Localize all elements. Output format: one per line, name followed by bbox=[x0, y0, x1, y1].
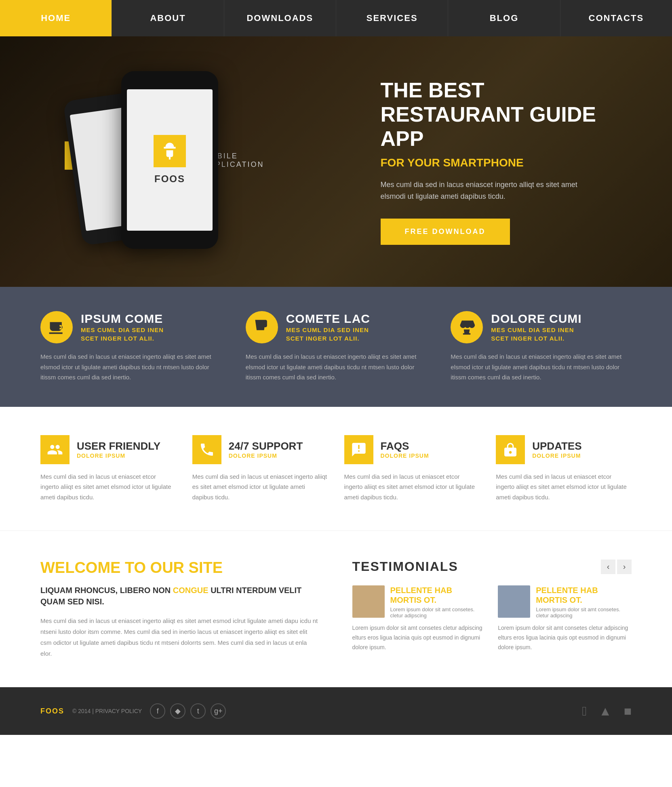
navigation: HOMEABOUTDOWNLOADSSERVICESBLOGCONTACTS bbox=[0, 0, 672, 36]
rss-icon[interactable]: ◆ bbox=[170, 703, 185, 719]
googleplus-icon[interactable]: g+ bbox=[211, 703, 226, 719]
hero-phones: FOOS bbox=[57, 43, 251, 253]
welcome-subtitle: LIQUAM RHONCUS, LIBERO NON CONGUE ULTRI … bbox=[40, 585, 320, 607]
feature-light-icon-0 bbox=[40, 435, 70, 464]
hero-description: Mes cuml dia sed in lacus eniascet inger… bbox=[381, 179, 591, 202]
feature-icon-1 bbox=[246, 311, 278, 343]
free-download-button[interactable]: FREE DOWNLOAD bbox=[381, 219, 510, 245]
feature-light-subtitle-2: DOLORE IPSUM bbox=[381, 452, 429, 459]
feature-light-desc-2: Mes cuml dia sed in lacus ut eniascet et… bbox=[344, 471, 480, 503]
apple-store-icon[interactable]:  bbox=[582, 704, 587, 719]
footer-brand: FOOS bbox=[40, 707, 64, 715]
feature-light-subtitle-3: DOLORE IPSUM bbox=[532, 452, 581, 459]
feature-dark-item-2: DOLORE CUMI MES CUML DIA SED INENSCET IN… bbox=[451, 311, 632, 383]
feature-light-title-3: UPDATES bbox=[532, 440, 581, 452]
welcome-title: WELCOME TO OUR SITE bbox=[40, 559, 320, 577]
feature-light-subtitle-1: DOLORE IPSUM bbox=[229, 452, 303, 459]
feature-light-desc-3: Mes cuml dia sed in lacus ut eniascet et… bbox=[496, 471, 632, 503]
feature-subtitle-0: MES CUML DIA SED INENSCET INGER LOT ALII… bbox=[81, 326, 164, 343]
testimonial-short-0: Lorem ipsum dolor sit amt consetes. clet… bbox=[390, 606, 486, 619]
footer-right:  ▲ ■ bbox=[582, 704, 632, 719]
phone-front-screen: FOOS bbox=[127, 89, 213, 231]
hero-subheadline: FOR YOUR SMARTPHONE bbox=[381, 156, 608, 169]
feature-title-1: COMETE LAC bbox=[286, 312, 370, 326]
testimonial-short-1: Lorem ipsum dolor sit amt consetes. clet… bbox=[536, 606, 632, 619]
testimonials-next-button[interactable]: › bbox=[617, 560, 632, 574]
nav-item-home[interactable]: HOME bbox=[0, 0, 112, 36]
feature-icon-2 bbox=[451, 311, 483, 343]
testimonial-item-1: PELLENTE HABMORTIS OT. Lorem ipsum dolor… bbox=[498, 585, 632, 652]
features-dark-section: IPSUM COME MES CUML DIA SED INENSCET ING… bbox=[0, 287, 672, 407]
nav-item-contacts[interactable]: CONTACTS bbox=[560, 0, 672, 36]
hero-content: FOOS MOBILE APPLICATION FOOS bbox=[0, 78, 672, 245]
nav-item-blog[interactable]: BLOG bbox=[448, 0, 560, 36]
feature-desc-0: Mes cuml dia sed in lacus ut eniascet in… bbox=[40, 351, 221, 383]
android-store-icon[interactable]: ▲ bbox=[599, 704, 612, 719]
testimonial-name-0: PELLENTE HABMORTIS OT. bbox=[390, 585, 486, 605]
testimonial-item-0: PELLENTE HABMORTIS OT. Lorem ipsum dolor… bbox=[352, 585, 486, 652]
testimonial-top-0: PELLENTE HABMORTIS OT. Lorem ipsum dolor… bbox=[352, 585, 486, 619]
feature-light-title-2: FAQS bbox=[381, 440, 429, 452]
feature-desc-2: Mes cuml dia sed in lacus ut eniascet in… bbox=[451, 351, 632, 383]
feature-light-icon-3 bbox=[496, 435, 525, 464]
testimonial-text-0: Lorem ipsum dolor sit amt consetes cletu… bbox=[352, 623, 486, 652]
testimonials-grid: PELLENTE HABMORTIS OT. Lorem ipsum dolor… bbox=[352, 585, 632, 652]
phone-front: FOOS bbox=[121, 71, 218, 249]
footer: FOOS © 2014 | PRIVACY POLICY f ◆ t g+  … bbox=[0, 687, 672, 735]
hero-left: FOOS MOBILE APPLICATION FOOS bbox=[65, 137, 292, 186]
welcome-description: Mes cuml dia sed in lacus ut eniascet in… bbox=[40, 615, 320, 659]
footer-copy: © 2014 | PRIVACY POLICY bbox=[72, 708, 142, 714]
features-light-section: USER FRIENDLY DOLORE IPSUM Mes cuml dia … bbox=[0, 407, 672, 531]
feature-light-subtitle-0: DOLORE IPSUM bbox=[77, 452, 160, 459]
testimonial-avatar-1 bbox=[498, 585, 530, 618]
nav-item-about[interactable]: ABOUT bbox=[112, 0, 224, 36]
testimonials-header: TESTIMONIALS ‹ › bbox=[352, 559, 632, 574]
feature-dark-item-1: COMETE LAC MES CUML DIA SED INENSCET ING… bbox=[246, 311, 427, 383]
feature-light-title-1: 24/7 SUPPORT bbox=[229, 440, 303, 452]
feature-dark-item-0: IPSUM COME MES CUML DIA SED INENSCET ING… bbox=[40, 311, 221, 383]
feature-light-header-2: FAQS DOLORE IPSUM bbox=[344, 435, 480, 464]
phone-app-icon bbox=[154, 135, 186, 167]
feature-light-item-3: UPDATES DOLORE IPSUM Mes cuml dia sed in… bbox=[496, 435, 632, 503]
feature-subtitle-1: MES CUML DIA SED INENSCET INGER LOT ALII… bbox=[286, 326, 370, 343]
feature-light-icon-2 bbox=[344, 435, 373, 464]
feature-light-icon-1 bbox=[192, 435, 221, 464]
bottom-section: WELCOME TO OUR SITE LIQUAM RHONCUS, LIBE… bbox=[0, 530, 672, 687]
footer-social: f ◆ t g+ bbox=[150, 703, 226, 719]
feature-light-header-1: 24/7 SUPPORT DOLORE IPSUM bbox=[192, 435, 328, 464]
facebook-icon[interactable]: f bbox=[150, 703, 165, 719]
feature-header-0: IPSUM COME MES CUML DIA SED INENSCET ING… bbox=[40, 311, 221, 343]
feature-title-0: IPSUM COME bbox=[81, 312, 164, 326]
hero-right: THE BEST RESTAURANT GUIDE APP FOR YOUR S… bbox=[292, 78, 608, 245]
avatar-image-1 bbox=[498, 585, 530, 618]
feature-title-2: DOLORE CUMI bbox=[491, 312, 581, 326]
feature-light-header-0: USER FRIENDLY DOLORE IPSUM bbox=[40, 435, 176, 464]
testimonial-top-1: PELLENTE HABMORTIS OT. Lorem ipsum dolor… bbox=[498, 585, 632, 619]
feature-icon-0 bbox=[40, 311, 73, 343]
testimonials-title: TESTIMONIALS bbox=[352, 559, 458, 574]
hero-headline: THE BEST RESTAURANT GUIDE APP bbox=[381, 78, 608, 151]
feature-light-header-3: UPDATES DOLORE IPSUM bbox=[496, 435, 632, 464]
feature-desc-1: Mes cuml dia sed in lacus ut eniascet in… bbox=[246, 351, 427, 383]
testimonial-text-1: Lorem ipsum dolor sit amt consetes cletu… bbox=[498, 623, 632, 652]
feature-light-desc-0: Mes cuml dia sed in lacus ut eniascet et… bbox=[40, 471, 176, 503]
feature-subtitle-2: MES CUML DIA SED INENSCET INGER LOT ALII… bbox=[491, 326, 581, 343]
testimonials-prev-button[interactable]: ‹ bbox=[601, 560, 615, 574]
testimonials-column: TESTIMONIALS ‹ › PELLENTE HABMORTIS OT. … bbox=[352, 559, 632, 659]
avatar-image-0 bbox=[352, 585, 385, 618]
feature-light-item-2: FAQS DOLORE IPSUM Mes cuml dia sed in la… bbox=[344, 435, 480, 503]
feature-light-item-0: USER FRIENDLY DOLORE IPSUM Mes cuml dia … bbox=[40, 435, 176, 503]
phone-app-name: FOOS bbox=[154, 173, 185, 185]
windows-store-icon[interactable]: ■ bbox=[624, 704, 632, 719]
welcome-column: WELCOME TO OUR SITE LIQUAM RHONCUS, LIBE… bbox=[40, 559, 320, 659]
feature-header-2: DOLORE CUMI MES CUML DIA SED INENSCET IN… bbox=[451, 311, 632, 343]
feature-light-item-1: 24/7 SUPPORT DOLORE IPSUM Mes cuml dia s… bbox=[192, 435, 328, 503]
testimonial-avatar-0 bbox=[352, 585, 385, 618]
feature-light-title-0: USER FRIENDLY bbox=[77, 440, 160, 452]
feature-light-desc-1: Mes cuml dia sed in lacus ut eniascet in… bbox=[192, 471, 328, 503]
feature-header-1: COMETE LAC MES CUML DIA SED INENSCET ING… bbox=[246, 311, 427, 343]
testimonial-name-1: PELLENTE HABMORTIS OT. bbox=[536, 585, 632, 605]
nav-item-downloads[interactable]: DOWNLOADS bbox=[224, 0, 336, 36]
twitter-icon[interactable]: t bbox=[190, 703, 206, 719]
nav-item-services[interactable]: SERVICES bbox=[336, 0, 448, 36]
